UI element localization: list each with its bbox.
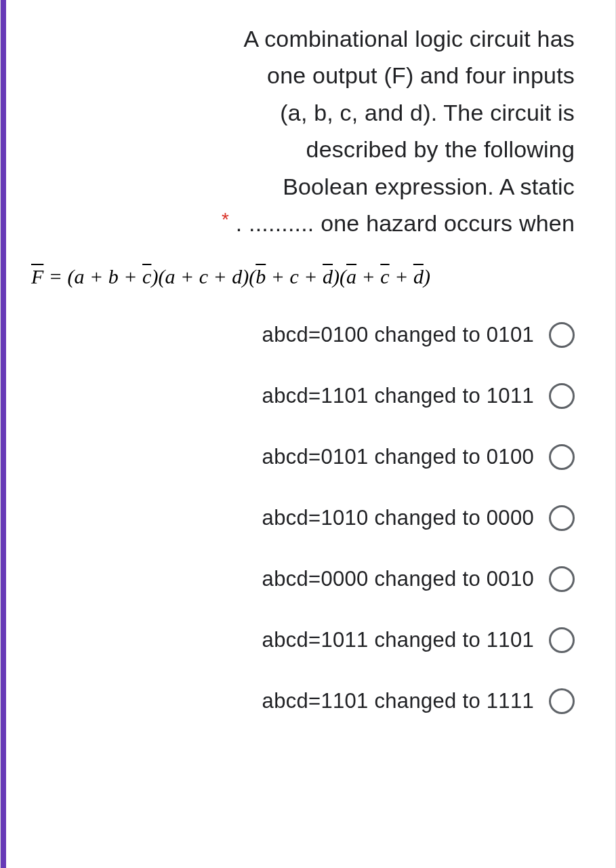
t2p1: +: [175, 265, 199, 288]
t1a: a: [75, 265, 85, 288]
p4o: (: [340, 265, 346, 288]
option-label: abcd=0101 changed to 0100: [262, 445, 534, 469]
p3o: (: [249, 265, 255, 288]
p2o: (: [158, 265, 165, 288]
t4p2: +: [390, 265, 413, 288]
radio-icon[interactable]: [549, 566, 575, 592]
option-label: abcd=1101 changed to 1011: [262, 384, 534, 408]
p4c: ): [424, 265, 430, 288]
question-card: A combinational logic circuit has one ou…: [0, 0, 616, 868]
option-label: abcd=0100 changed to 0101: [262, 323, 534, 347]
option-label: abcd=0000 changed to 0010: [262, 567, 534, 591]
t3b-bar: b: [255, 265, 266, 288]
p1o: (: [68, 265, 75, 288]
q-line-4: described by the following: [306, 136, 575, 162]
option-label: abcd=1010 changed to 0000: [262, 506, 534, 530]
f-bar: F: [31, 265, 43, 288]
t1p2: +: [119, 265, 142, 288]
option-label: abcd=1011 changed to 1101: [262, 628, 534, 652]
option-row[interactable]: abcd=1101 changed to 1111: [129, 688, 575, 714]
t4p1: +: [356, 265, 380, 288]
p1c: ): [151, 265, 158, 288]
p3c: ): [333, 265, 340, 288]
t1b: b: [108, 265, 119, 288]
t3c: c: [289, 265, 298, 288]
q-line-1: A combinational logic circuit has: [243, 26, 575, 52]
radio-icon[interactable]: [549, 444, 575, 470]
option-row[interactable]: abcd=0000 changed to 0010: [129, 566, 575, 592]
t2a: a: [165, 265, 175, 288]
option-row[interactable]: abcd=0101 changed to 0100: [129, 444, 575, 470]
accent-border: [1, 0, 6, 868]
t1c-bar: c: [142, 265, 151, 288]
option-label: abcd=1101 changed to 1111: [262, 689, 534, 713]
t3p1: +: [266, 265, 289, 288]
radio-icon[interactable]: [549, 505, 575, 531]
required-star: *: [222, 209, 229, 230]
question-text: A combinational logic circuit has one ou…: [28, 20, 588, 241]
option-row[interactable]: abcd=1101 changed to 1011: [129, 383, 575, 409]
q-line-5: Boolean expression. A static: [283, 174, 575, 199]
q-line-6: . .......... one hazard occurs when: [236, 210, 575, 236]
q-line-2: one output (F) and four inputs: [267, 62, 575, 88]
radio-icon[interactable]: [549, 627, 575, 653]
eq: =: [43, 265, 67, 288]
p2c: ): [242, 265, 249, 288]
t4d-bar: d: [413, 265, 424, 288]
t4c-bar: c: [380, 265, 389, 288]
option-row[interactable]: abcd=1011 changed to 1101: [129, 627, 575, 653]
option-row[interactable]: abcd=0100 changed to 0101: [129, 322, 575, 348]
t2c: c: [199, 265, 208, 288]
radio-icon[interactable]: [549, 322, 575, 348]
t2p2: +: [208, 265, 232, 288]
q-line-3: (a, b, c, and d). The circuit is: [280, 100, 575, 125]
t3p2: +: [299, 265, 323, 288]
boolean-formula: F = (a + b + c)(a + c + d)(b + c + d)(a …: [28, 265, 588, 288]
radio-icon[interactable]: [549, 688, 575, 714]
options-list: abcd=0100 changed to 0101 abcd=1101 chan…: [28, 322, 588, 714]
t3d-bar: d: [323, 265, 333, 288]
radio-icon[interactable]: [549, 383, 575, 409]
t4a-bar: a: [346, 265, 356, 288]
t2d: d: [232, 265, 242, 288]
t1p1: +: [85, 265, 108, 288]
option-row[interactable]: abcd=1010 changed to 0000: [129, 505, 575, 531]
